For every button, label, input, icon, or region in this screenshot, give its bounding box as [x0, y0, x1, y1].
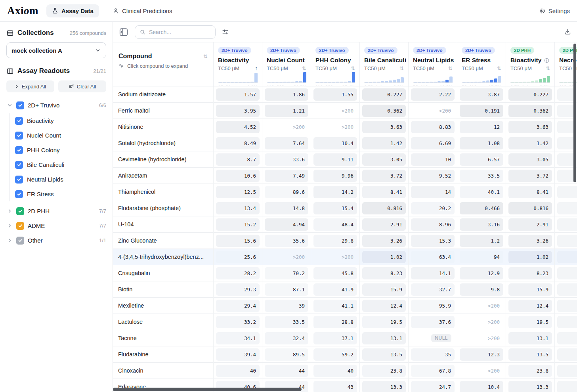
checkbox[interactable]	[15, 132, 23, 140]
table-row[interactable]: Sodium diatrizoate1.571.861.550.2272.223…	[113, 86, 577, 103]
compound-name[interactable]: 4-(3,4,5-trihydroxybenzoyl)benz...	[113, 254, 213, 260]
compound-name[interactable]: Thiamphenicol	[113, 189, 213, 195]
table-row[interactable]: 4-(3,4,5-trihydroxybenzoyl)benz...25.6>2…	[113, 249, 577, 265]
table-cell[interactable]: 10.4	[457, 379, 506, 392]
checkbox[interactable]	[15, 190, 23, 198]
table-cell[interactable]: 6.57	[457, 151, 506, 168]
compound-name[interactable]: Ferric maltol	[113, 107, 213, 114]
table-cell[interactable]: 39	[262, 298, 311, 314]
table-cell[interactable]: 13.5	[359, 346, 408, 363]
table-cell[interactable]: 35.6	[262, 233, 311, 249]
table-cell[interactable]	[554, 330, 577, 346]
column-header-bile-canaliculi[interactable]: 2D+ Truvivo Bile Canaliculi TC50 μM⇅ 0.7…	[359, 42, 408, 86]
table-cell[interactable]: 9.96	[311, 168, 359, 184]
table-row[interactable]: Cinoxacin40444023.867.8>20023.8	[113, 363, 577, 379]
checkbox[interactable]	[15, 146, 23, 154]
table-cell[interactable]: >200	[311, 249, 359, 265]
table-cell[interactable]: 8.49	[213, 135, 262, 151]
table-cell[interactable]: 33.2	[213, 314, 262, 330]
table-cell[interactable]: 9.11	[311, 151, 359, 168]
table-cell[interactable]: 3.72	[359, 168, 408, 184]
table-cell[interactable]: 37.6	[408, 314, 457, 330]
table-row[interactable]: U-10415.24.9448.42.918.963.162.91	[113, 216, 577, 233]
table-cell[interactable]: 33.5	[262, 314, 311, 330]
sort-ascending-icon[interactable]: ↑	[255, 65, 258, 71]
table-cell[interactable]: 3.05	[359, 151, 408, 168]
table-cell[interactable]: 39.4	[213, 346, 262, 363]
sort-icon[interactable]: ⇅	[351, 65, 355, 71]
table-row[interactable]: Thiamphenicol12.589.614.28.411440.18.41	[113, 184, 577, 200]
table-cell[interactable]: 29.3	[213, 281, 262, 298]
table-cell[interactable]: 13.3	[506, 379, 554, 392]
table-cell[interactable]: 8.7	[213, 151, 262, 168]
table-row[interactable]: Fludarabine (phosphate)13.414.815.40.816…	[113, 200, 577, 216]
table-row[interactable]: Aniracetam10.67.499.963.729.5233.53.72	[113, 168, 577, 184]
table-cell[interactable]: 1.42	[359, 135, 408, 151]
table-cell[interactable]: 13.5	[506, 346, 554, 363]
table-cell[interactable]: >200	[311, 119, 359, 135]
table-cell[interactable]: >200	[311, 103, 359, 119]
table-cell[interactable]: 8.41	[359, 184, 408, 200]
checkbox[interactable]	[15, 176, 23, 184]
table-cell[interactable]: >200	[457, 298, 506, 314]
table-cell[interactable]	[554, 249, 577, 265]
compound-name[interactable]: Fludarabine	[113, 351, 213, 358]
table-cell[interactable]: 59.2	[311, 346, 359, 363]
table-cell[interactable]: 15.9	[506, 281, 554, 298]
table-row[interactable]: Biotin29.387.141.915.932.79.815.9	[113, 281, 577, 298]
checkbox[interactable]	[16, 207, 24, 215]
table-cell[interactable]	[554, 363, 577, 379]
table-cell[interactable]: 3.16	[457, 216, 506, 233]
compound-name[interactable]: Fludarabine (phosphate)	[113, 205, 213, 211]
table-cell[interactable]: 1.02	[506, 249, 554, 265]
table-cell[interactable]: 24.7	[408, 379, 457, 392]
table-cell[interactable]: 13.3	[359, 379, 408, 392]
chevron-down-icon[interactable]	[6, 102, 13, 108]
table-cell[interactable]: 1.57	[213, 86, 262, 103]
compound-name[interactable]: Sotalol (hydrochloride)	[113, 140, 213, 146]
table-cell[interactable]	[554, 265, 577, 281]
table-cell[interactable]: >200	[457, 330, 506, 346]
compound-name[interactable]: Zinc Gluconate	[113, 237, 213, 244]
table-cell[interactable]: 3.26	[359, 233, 408, 249]
table-cell[interactable]	[554, 200, 577, 216]
table-cell[interactable]	[554, 281, 577, 298]
sidebar-item-nuclei-count[interactable]: Nuclei Count	[15, 128, 106, 143]
table-row[interactable]: Zinc Gluconate15.635.629.83.2615.31.23.2…	[113, 233, 577, 249]
checkbox[interactable]	[15, 117, 23, 125]
table-cell[interactable]: >200	[262, 119, 311, 135]
compound-name[interactable]: Crisugabalin	[113, 270, 213, 276]
clear-all-button[interactable]: Clear All	[58, 80, 106, 92]
table-cell[interactable]: 0.191	[457, 103, 506, 119]
table-cell[interactable]: 28.8	[311, 314, 359, 330]
table-cell[interactable]: >200	[408, 103, 457, 119]
table-cell[interactable]: 2.91	[506, 216, 554, 233]
table-cell[interactable]: 41.9	[311, 281, 359, 298]
table-cell[interactable]: 0.362	[506, 103, 554, 119]
table-cell[interactable]: 12.4	[359, 298, 408, 314]
compound-name[interactable]: U-104	[113, 221, 213, 228]
table-cell[interactable]: 13.4	[213, 200, 262, 216]
compound-name[interactable]: Mexiletine	[113, 302, 213, 309]
table-cell[interactable]: 29.8	[311, 233, 359, 249]
vertical-scrollbar-thumb[interactable]	[573, 44, 576, 182]
table-cell[interactable]: 94	[457, 249, 506, 265]
search-input[interactable]	[149, 29, 204, 35]
table-cell[interactable]: 34.1	[213, 330, 262, 346]
table-row[interactable]: Cevimeline (hydrochloride)8.733.69.113.0…	[113, 151, 577, 168]
table-cell[interactable]: 10.4	[311, 135, 359, 151]
sidebar-item-bioactivity[interactable]: Bioactivity	[15, 113, 106, 128]
settings-button[interactable]: Settings	[539, 8, 570, 14]
sidebar-item-neutral-lipids[interactable]: Neutral Lipids	[15, 172, 106, 187]
table-row[interactable]: Sotalol (hydrochloride)8.497.6410.41.426…	[113, 135, 577, 151]
table-cell[interactable]: 0.816	[359, 200, 408, 216]
table-cell[interactable]: >200	[457, 314, 506, 330]
table-cell[interactable]: 3.63	[359, 119, 408, 135]
sort-icon[interactable]: ⇅	[546, 65, 550, 71]
table-cell[interactable]: 45.8	[311, 265, 359, 281]
table-cell[interactable]: 8.23	[506, 265, 554, 281]
compound-column-header[interactable]: Compound ⇅ Click compound to expand	[113, 42, 213, 86]
table-cell[interactable]: 1.02	[359, 249, 408, 265]
table-row[interactable]: Tacrine34.132.437.113.1NULL>20013.1	[113, 330, 577, 346]
table-cell[interactable]: 0.362	[359, 103, 408, 119]
